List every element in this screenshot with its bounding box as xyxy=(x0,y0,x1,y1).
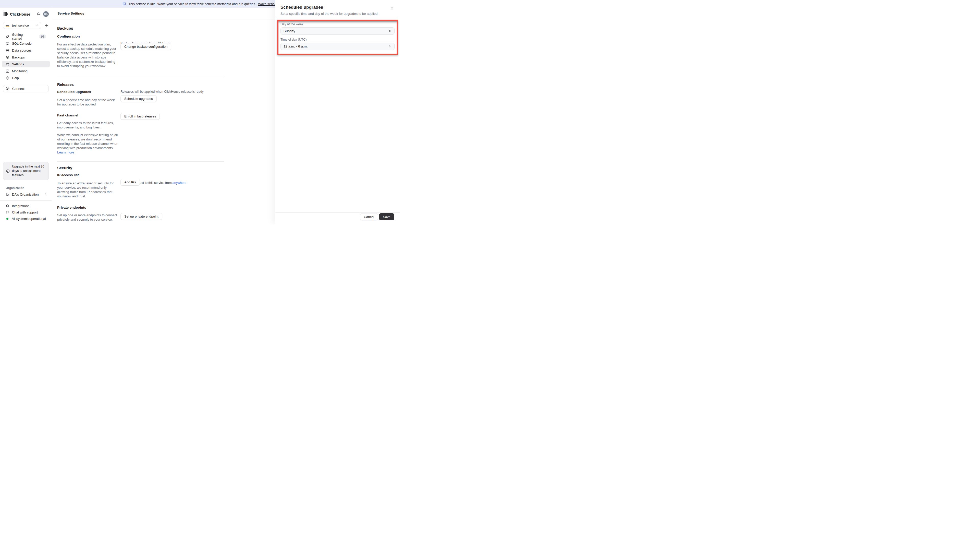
change-backup-configuration-button[interactable]: Change backup configuration xyxy=(121,43,171,50)
time-of-day-label: Time of day (UTC) xyxy=(280,38,307,41)
main-header: Service Settings xyxy=(52,8,275,19)
service-selector-value: test service xyxy=(12,24,29,27)
scheduled-upgrades-panel: Scheduled upgrades Set a specific time a… xyxy=(275,0,400,225)
day-of-week-value: Sunday xyxy=(283,29,295,33)
notifications-bell-icon[interactable] xyxy=(35,11,41,17)
alarm-snooze-icon: z xyxy=(122,2,126,6)
status-green-dot-icon xyxy=(6,218,8,220)
schedule-upgrades-button[interactable]: Schedule upgrades xyxy=(121,95,157,102)
banner-text: This service is idle. Wake your service … xyxy=(128,2,256,6)
service-selector-row: aws test service xyxy=(0,19,52,31)
settings-sliders-icon xyxy=(6,62,10,66)
setup-private-endpoint-button[interactable]: Set up private endpoint xyxy=(121,213,162,220)
sidebar-item-label: Monitoring xyxy=(12,69,27,73)
clock-icon xyxy=(6,169,10,173)
upgrade-notice-text: Upgrade in the next 30 days to unlock mo… xyxy=(12,164,46,177)
chevron-up-down-icon xyxy=(35,24,39,27)
scheduled-upgrades-description: Set a specific time and day of the week … xyxy=(57,98,118,107)
backups-description: For an effective data protection plan, s… xyxy=(57,42,118,68)
upgrade-notice[interactable]: Upgrade in the next 30 days to unlock mo… xyxy=(3,162,49,180)
releases-heading: Releases xyxy=(57,82,74,86)
sidebar-item-label: SQL Console xyxy=(12,41,32,45)
chevron-up-down-icon xyxy=(388,45,391,48)
sidebar-divider xyxy=(0,200,52,201)
ip-access-description: To ensure an extra layer of security for… xyxy=(57,181,118,198)
svg-text:aws: aws xyxy=(6,24,9,26)
cancel-button[interactable]: Cancel xyxy=(360,213,378,220)
section-divider xyxy=(57,161,224,162)
sidebar-item-label: Settings xyxy=(12,62,24,66)
save-button[interactable]: Save xyxy=(379,213,394,220)
data-sources-icon xyxy=(6,48,10,52)
fast-channel-p2: While we conduct extensive testing on al… xyxy=(57,133,118,155)
aws-logo-icon: aws xyxy=(5,24,10,27)
brand[interactable]: ClickHouse DA xyxy=(0,8,52,19)
backups-heading: Backups xyxy=(57,26,73,30)
sidebar-item-help[interactable]: Help xyxy=(2,75,50,81)
clickhouse-cloud-app: z This service is idle. Wake your servic… xyxy=(0,0,400,225)
building-icon xyxy=(6,193,10,196)
sidebar-item-monitoring[interactable]: Monitoring xyxy=(2,68,50,74)
organization-selector[interactable]: DA's Organization xyxy=(2,191,50,197)
sidebar-item-label: Getting started xyxy=(12,33,34,40)
add-service-button[interactable] xyxy=(43,22,49,29)
sidebar-item-backups[interactable]: Backups xyxy=(2,54,50,61)
backups-icon xyxy=(6,56,10,59)
fast-channel-heading: Fast channel xyxy=(57,113,78,117)
monitoring-icon xyxy=(6,69,10,73)
organization-name: DA's Organization xyxy=(12,193,38,196)
help-icon xyxy=(6,76,10,80)
configuration-heading: Configuration xyxy=(57,35,80,38)
chevron-up-down-icon xyxy=(388,29,391,33)
sidebar-item-settings[interactable]: Settings xyxy=(2,61,50,67)
sidebar-nav: Getting started 1/5 SQL Console xyxy=(0,33,52,81)
main-content: Service Settings Backups Configuration B… xyxy=(52,8,275,225)
security-heading: Security xyxy=(57,166,72,170)
integrations-label: Integrations xyxy=(12,204,29,208)
close-icon[interactable] xyxy=(390,6,395,11)
organization-section-label: Organization xyxy=(0,183,52,191)
sidebar-item-integrations[interactable]: Integrations xyxy=(0,203,52,209)
page-title: Service Settings xyxy=(57,8,84,19)
sidebar-item-label: Help xyxy=(12,76,19,80)
releases-note: Releases will be applied when ClickHouse… xyxy=(121,90,204,93)
scheduled-upgrades-heading: Scheduled upgrades xyxy=(57,90,91,94)
sidebar-item-label: Data sources xyxy=(12,48,32,52)
panel-footer-divider xyxy=(275,212,400,213)
anywhere-link[interactable]: anywhere xyxy=(172,181,186,185)
sidebar: ClickHouse DA aws test servic xyxy=(0,8,52,225)
user-avatar[interactable]: DA xyxy=(43,11,49,17)
time-of-day-value: 12 a.m. - 6 a.m. xyxy=(283,45,308,48)
sidebar-item-getting-started[interactable]: Getting started 1/5 xyxy=(2,33,50,40)
sidebar-item-label: Backups xyxy=(12,56,25,59)
chat-bubble-icon xyxy=(6,211,10,214)
rocket-icon xyxy=(6,35,10,38)
private-endpoints-heading: Private endpoints xyxy=(57,206,86,209)
connect-label: Connect xyxy=(12,87,24,91)
panel-subtitle: Set a specific time and day of the week … xyxy=(280,12,379,16)
clickhouse-logo-icon xyxy=(3,12,8,16)
enroll-fast-releases-button[interactable]: Enroll in fast releases xyxy=(121,113,160,120)
sidebar-item-sql-console[interactable]: SQL Console xyxy=(2,40,50,47)
service-selector[interactable]: aws test service xyxy=(3,22,41,29)
system-status[interactable]: All systems operational xyxy=(0,215,52,222)
chevron-right-icon xyxy=(44,193,47,196)
svg-text:z: z xyxy=(124,3,125,5)
getting-started-progress-badge: 1/5 xyxy=(39,35,46,38)
panel-title: Scheduled upgrades xyxy=(280,5,323,10)
ip-access-list-heading: IP access list xyxy=(57,173,79,177)
section-divider xyxy=(57,76,224,76)
learn-more-link[interactable]: Learn more xyxy=(57,150,74,154)
sidebar-item-data-sources[interactable]: Data sources xyxy=(2,47,50,54)
add-ips-button[interactable]: Add IPs xyxy=(121,179,140,186)
connect-icon xyxy=(6,86,10,91)
sidebar-item-chat-support[interactable]: Chat with support xyxy=(0,209,52,215)
day-of-week-select[interactable]: Sunday xyxy=(280,27,395,35)
brand-name: ClickHouse xyxy=(10,12,30,16)
fast-channel-p1: Get early access to the latest features,… xyxy=(57,121,118,129)
time-of-day-select[interactable]: 12 a.m. - 6 a.m. xyxy=(280,43,395,50)
private-endpoints-description: Set up one or more endpoints to connect … xyxy=(57,213,118,222)
sql-console-icon xyxy=(6,41,10,45)
status-label: All systems operational xyxy=(12,217,46,220)
connect-button[interactable]: Connect xyxy=(3,85,49,92)
